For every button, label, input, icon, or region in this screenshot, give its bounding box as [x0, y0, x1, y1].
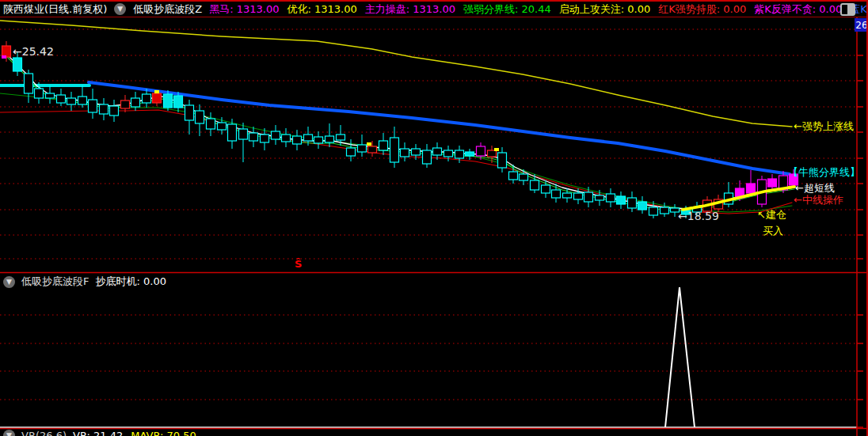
- bottom-indicator-name[interactable]: VR(26,6): [21, 430, 67, 436]
- chevron-down-icon[interactable]: ▼: [114, 3, 126, 15]
- indicator-value-item: 启动上攻关注: 0.00: [559, 2, 650, 17]
- indicator-value-item: 强弱分界线: 20.44: [463, 2, 551, 17]
- bottom-indicator-value-item: MAVR: 70.50: [131, 430, 196, 436]
- panel2-header: ▼ 低吸抄底波段F 抄底时机: 0.00: [3, 275, 166, 289]
- indicator-legend-bar: 陕西煤业(日线.前复权) ▼ 低吸抄底波段Z 黑马: 1313.00优化: 13…: [0, 0, 868, 17]
- panel-split-icon[interactable]: [840, 3, 855, 16]
- indicator-value-item: 紫K反弹不贪: 0.00: [754, 2, 842, 17]
- bottom-indicator-spike: [665, 287, 695, 427]
- window-title: 陕西煤业(日线.前复权): [3, 2, 107, 17]
- main-chart[interactable]: [0, 17, 868, 436]
- chevron-down-icon[interactable]: ▼: [3, 430, 15, 436]
- indicator-value-item: 优化: 1313.00: [287, 2, 356, 17]
- main-indicator-name[interactable]: 低吸抄底波段Z: [133, 2, 202, 17]
- indicator-value-item: 黑马: 1313.00: [209, 2, 279, 17]
- indicator-value-item: 主力操盘: 1313.00: [365, 2, 455, 17]
- indicator-values: 黑马: 1313.00优化: 1313.00主力操盘: 1313.00强弱分界线…: [209, 2, 868, 17]
- bottom-indicator-values: VR: 21.42MAVR: 70.50: [73, 430, 196, 436]
- chevron-down-icon[interactable]: ▼: [3, 276, 15, 288]
- indicator-value-item: 红K强势持股: 0.00: [658, 2, 746, 17]
- bottom-indicator-value-item: VR: 21.42: [73, 430, 123, 436]
- bottom-indicator-header: ▼ VR(26,6) VR: 21.42MAVR: 70.50: [3, 430, 196, 436]
- stock-chart-window: 陕西煤业(日线.前复权) ▼ 低吸抄底波段Z 黑马: 1313.00优化: 13…: [0, 0, 868, 436]
- panel2-indicator-name[interactable]: 低吸抄底波段F: [21, 275, 89, 289]
- bull-bear-line-path: [89, 82, 790, 174]
- super-short-line-path: [3, 51, 794, 209]
- panel2-indicator-value: 抄底时机: 0.00: [95, 275, 166, 289]
